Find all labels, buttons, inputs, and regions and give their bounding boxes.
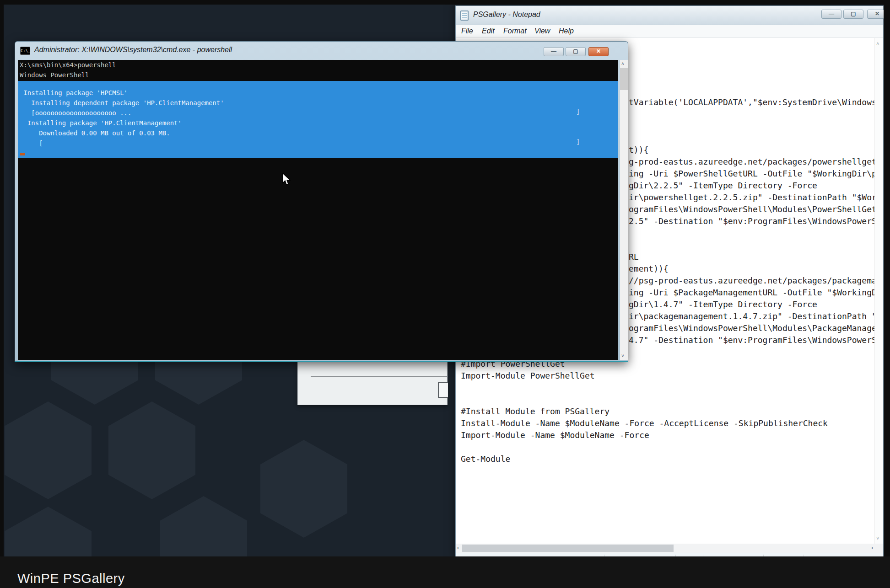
menu-format[interactable]: Format — [503, 27, 527, 35]
cmd-titlebar[interactable]: C:\_ Administrator: X:\WINDOWS\system32\… — [15, 42, 628, 60]
code-line: ing -Uri $PackageManagementURL -OutFile … — [629, 287, 877, 299]
console-scrollbar[interactable]: ˄ ˅ — [620, 60, 628, 360]
minimize-button[interactable]: — — [544, 47, 564, 56]
code-line: ogramFiles\WindowsPowerShell\Modules\Pow… — [629, 203, 877, 215]
background-dialog — [297, 359, 448, 405]
code-line: Get-Module — [461, 453, 510, 465]
scroll-up-icon[interactable]: ˄ — [621, 61, 624, 66]
scroll-up-icon[interactable]: ˄ — [876, 41, 879, 46]
code-line: ement)){ — [629, 263, 669, 275]
minimize-button[interactable]: — — [821, 10, 841, 19]
code-line: gDir\2.2.5" -ItemType Directory -Force — [629, 180, 817, 192]
mouse-cursor-icon — [282, 173, 291, 187]
maximize-button[interactable]: ▢ — [843, 10, 863, 19]
progress-line: Installing package 'HPCMSL' — [18, 88, 618, 98]
scroll-down-icon[interactable]: ˅ — [876, 535, 879, 541]
progress-bracket: ] — [576, 138, 580, 145]
hexagon-decoration — [5, 507, 92, 556]
code-line: #Install Module from PSGallery — [461, 406, 610, 417]
console-output: X:\sms\bin\x64>powershell Windows PowerS… — [18, 60, 618, 360]
frame-border — [0, 0, 890, 5]
code-line: Import-Module PowerShellGet — [461, 370, 595, 382]
progress-bracket: ] — [576, 108, 580, 115]
hexagon-decoration — [260, 440, 347, 538]
notepad-horizontal-scrollbar[interactable]: ‹ › — [456, 544, 883, 553]
progress-line: [ — [18, 138, 618, 148]
code-line: 4.7" -Destination "$env:ProgramFiles\Win… — [629, 334, 877, 346]
scroll-down-icon[interactable]: ˅ — [621, 353, 624, 358]
code-line: ir\packagemanagement.1.4.7.zip" -Destina… — [629, 310, 877, 322]
cmd-window-title: Administrator: X:\WINDOWS\system32\cmd.e… — [34, 46, 232, 54]
frame-border — [884, 0, 890, 588]
dialog-button-partial[interactable] — [438, 382, 448, 398]
console-line: Windows PowerShell — [18, 70, 618, 80]
code-line: 2.5" -Destination "$env:ProgramFiles\Win… — [629, 215, 877, 227]
code-line: RL — [629, 251, 639, 263]
console-scroll-thumb[interactable] — [620, 68, 628, 90]
menu-file[interactable]: File — [461, 27, 473, 35]
code-line: ogramFiles\WindowsPowerShell\Modules\Pac… — [629, 322, 877, 334]
menu-help[interactable]: Help — [559, 27, 574, 35]
dialog-divider — [311, 376, 447, 377]
scroll-left-icon[interactable]: ‹ — [457, 545, 459, 551]
scroll-right-icon[interactable]: › — [871, 545, 873, 551]
frame-border — [0, 0, 4, 588]
video-frame: PSGallery - Notepad — ▢ ✕ File Edit Form… — [0, 0, 890, 588]
cmd-icon: C:\_ — [20, 47, 30, 55]
menu-edit[interactable]: Edit — [482, 27, 495, 35]
video-caption: WinPE PSGallery — [17, 571, 125, 586]
progress-line: Installing package 'HP.ClientManagement' — [18, 118, 618, 128]
notepad-window-title: PSGallery - Notepad — [473, 11, 540, 19]
notepad-vertical-scrollbar[interactable]: ˄ ˅ — [874, 38, 883, 544]
code-line: ir\powershellget.2.2.5.zip" -Destination… — [629, 192, 877, 203]
powershell-progress-panel: Installing package 'HPCMSL' Installing d… — [18, 81, 618, 158]
code-line: gDir\1.4.7" -ItemType Directory -Force — [629, 299, 817, 310]
notepad-menubar: File Edit Format View Help — [456, 25, 883, 38]
menu-view[interactable]: View — [534, 27, 550, 35]
code-line: ing -Uri $PowerShellGetURL -OutFile "$Wo… — [629, 168, 877, 180]
code-line: Install-Module -Name $ModuleName -Force … — [461, 417, 828, 429]
hexagon-decoration — [5, 401, 92, 499]
code-line: //psg-prod-eastus.azureedge.net/packages… — [629, 275, 877, 287]
hexagon-decoration — [160, 496, 247, 556]
code-line: g-prod-eastus.azureedge.net/packages/pow… — [629, 156, 877, 168]
maximize-button[interactable]: ▢ — [566, 47, 586, 56]
hexagon-decoration — [108, 401, 195, 499]
caption-bar: WinPE PSGallery — [0, 556, 890, 588]
progress-line: Installing dependent package 'HP.ClientM… — [18, 98, 618, 108]
notepad-titlebar[interactable]: PSGallery - Notepad — ▢ ✕ — [456, 6, 883, 25]
console-cursor — [20, 153, 25, 155]
horizontal-scroll-thumb[interactable] — [462, 545, 674, 552]
cmd-window: C:\_ Administrator: X:\WINDOWS\system32\… — [15, 41, 628, 362]
close-button[interactable]: ✕ — [588, 47, 609, 56]
progress-line: Downloaded 0.00 MB out of 0.03 MB. — [18, 128, 618, 138]
code-line: t)){ — [629, 144, 648, 156]
code-line: tVariable('LOCALAPPDATA',"$env:SystemDri… — [629, 96, 877, 108]
code-line: Import-Module -Name $ModuleName -Force — [461, 429, 649, 441]
notepad-icon — [460, 11, 469, 21]
console-line: X:\sms\bin\x64>powershell — [18, 60, 618, 70]
progress-line: [ooooooooooooooooooooo ... — [18, 108, 618, 118]
